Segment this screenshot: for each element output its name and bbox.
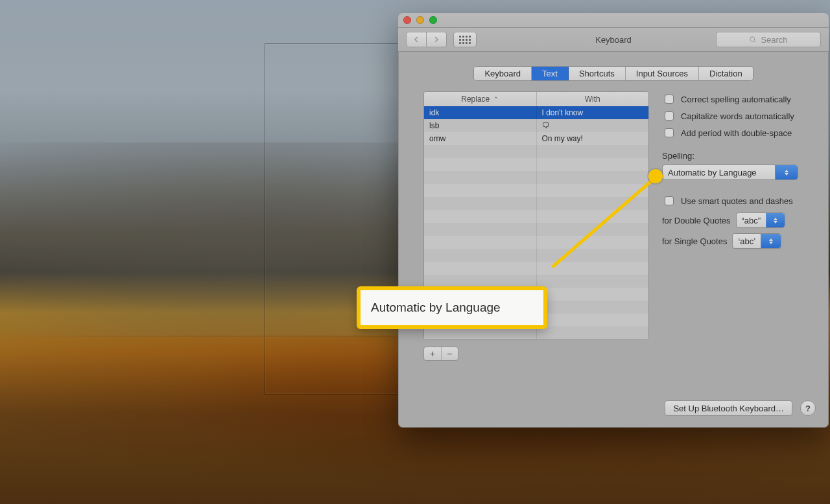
cell-replace: lsb xyxy=(424,119,537,132)
button-label: Set Up Bluetooth Keyboard… xyxy=(673,404,784,413)
checkbox-input[interactable] xyxy=(665,128,674,137)
search-field[interactable]: Search xyxy=(716,32,821,47)
spelling-label: Spelling: xyxy=(662,151,813,161)
double-quotes-value: “abc” xyxy=(737,216,766,225)
table-row[interactable] xyxy=(424,184,648,197)
col-with-label: With xyxy=(585,95,600,104)
checkbox-label: Capitalize words automatically xyxy=(681,111,794,121)
options-area: Correct spelling automatically Capitaliz… xyxy=(662,93,813,249)
checkbox-label: Correct spelling automatically xyxy=(681,95,791,104)
correct-spelling-checkbox[interactable]: Correct spelling automatically xyxy=(662,93,813,106)
cell-with: I don't know xyxy=(537,106,649,119)
back-button[interactable] xyxy=(406,32,427,47)
window-title-text: Keyboard xyxy=(595,35,632,45)
cell-with: 🗨 xyxy=(537,119,649,132)
single-quotes-row: for Single Quotes ‘abc’ xyxy=(662,233,813,249)
window-controls xyxy=(403,16,437,24)
col-replace-label: Replace xyxy=(461,95,490,104)
spelling-select[interactable]: Automatic by Language xyxy=(662,165,798,180)
double-space-period-checkbox[interactable]: Add period with double-space xyxy=(662,126,813,139)
single-quotes-label: for Single Quotes xyxy=(662,236,727,246)
add-remove-control: + − xyxy=(423,347,458,361)
search-placeholder: Search xyxy=(761,35,787,45)
sort-caret-icon: ⌃ xyxy=(493,96,499,102)
toolbar: Keyboard Search xyxy=(398,28,829,52)
nav-back-forward xyxy=(406,32,447,47)
tabs-row: Keyboard Text Shortcuts Input Sources Di… xyxy=(398,66,829,81)
table-row[interactable] xyxy=(424,223,648,236)
cell-replace: idk xyxy=(424,106,537,119)
select-stepper-icon xyxy=(766,213,784,227)
cell-replace: omw xyxy=(424,132,537,145)
single-quotes-select[interactable]: ‘abc’ xyxy=(732,233,781,249)
callout-anchor-dot xyxy=(648,169,663,183)
titlebar xyxy=(398,13,829,28)
cell-with: On my way! xyxy=(537,132,649,145)
checkbox-label: Add period with double-space xyxy=(681,128,792,138)
double-quotes-label: for Double Quotes xyxy=(662,216,731,225)
grid-icon xyxy=(459,36,471,44)
tab-segmented-control: Keyboard Text Shortcuts Input Sources Di… xyxy=(473,66,753,81)
callout-box: Automatic by Language xyxy=(357,286,547,329)
table-row[interactable] xyxy=(424,249,648,262)
select-stepper-icon xyxy=(775,165,798,179)
capitalize-words-checkbox[interactable]: Capitalize words automatically xyxy=(662,109,813,122)
smart-quotes-checkbox[interactable]: Use smart quotes and dashes xyxy=(662,194,813,207)
window-footer: Set Up Bluetooth Keyboard… ? xyxy=(665,400,816,416)
table-row[interactable] xyxy=(424,197,648,210)
single-quotes-value: ‘abc’ xyxy=(733,236,761,246)
double-quotes-select[interactable]: “abc” xyxy=(736,212,785,228)
spelling-value: Automatic by Language xyxy=(663,168,762,178)
table-row[interactable]: idk I don't know xyxy=(424,106,648,119)
chevron-left-icon xyxy=(413,36,420,43)
keyboard-preferences-window: Keyboard Search Keyboard Text Shortcuts … xyxy=(398,13,829,428)
table-row[interactable] xyxy=(424,171,648,184)
add-substitution-button[interactable]: + xyxy=(424,347,442,360)
table-row[interactable] xyxy=(424,262,648,275)
col-with-header[interactable]: With xyxy=(537,92,649,106)
double-quotes-row: for Double Quotes “abc” xyxy=(662,212,813,228)
table-row[interactable] xyxy=(424,158,648,171)
tab-dictation[interactable]: Dictation xyxy=(699,67,753,80)
checkbox-input[interactable] xyxy=(665,95,674,104)
tab-input-sources[interactable]: Input Sources xyxy=(626,67,699,80)
col-replace-header[interactable]: Replace ⌃ xyxy=(424,92,537,106)
chevron-right-icon xyxy=(433,36,440,43)
table-row[interactable] xyxy=(424,275,648,288)
checkbox-label: Use smart quotes and dashes xyxy=(681,196,793,206)
panel-body: Replace ⌃ With idk I don't know lsb 🗨 xyxy=(406,82,821,391)
checkbox-input[interactable] xyxy=(665,196,674,205)
tab-keyboard[interactable]: Keyboard xyxy=(474,67,532,80)
setup-bluetooth-keyboard-button[interactable]: Set Up Bluetooth Keyboard… xyxy=(665,400,792,416)
select-stepper-icon xyxy=(761,234,781,248)
svg-point-0 xyxy=(750,37,755,41)
table-row[interactable] xyxy=(424,145,648,158)
table-row[interactable]: omw On my way! xyxy=(424,132,648,145)
help-button[interactable]: ? xyxy=(800,400,816,416)
close-window-button[interactable] xyxy=(403,16,411,24)
search-icon xyxy=(749,36,757,43)
forward-button[interactable] xyxy=(426,32,447,47)
table-row[interactable]: lsb 🗨 xyxy=(424,119,648,132)
tab-shortcuts[interactable]: Shortcuts xyxy=(569,67,626,80)
show-all-button[interactable] xyxy=(453,32,477,47)
remove-substitution-button[interactable]: − xyxy=(442,347,458,360)
zoom-window-button[interactable] xyxy=(429,16,437,24)
checkbox-input[interactable] xyxy=(665,111,674,120)
table-header-row: Replace ⌃ With xyxy=(424,92,648,106)
callout-text: Automatic by Language xyxy=(371,301,501,315)
table-row[interactable] xyxy=(424,236,648,249)
tab-text[interactable]: Text xyxy=(532,67,569,80)
minimize-window-button[interactable] xyxy=(416,16,424,24)
